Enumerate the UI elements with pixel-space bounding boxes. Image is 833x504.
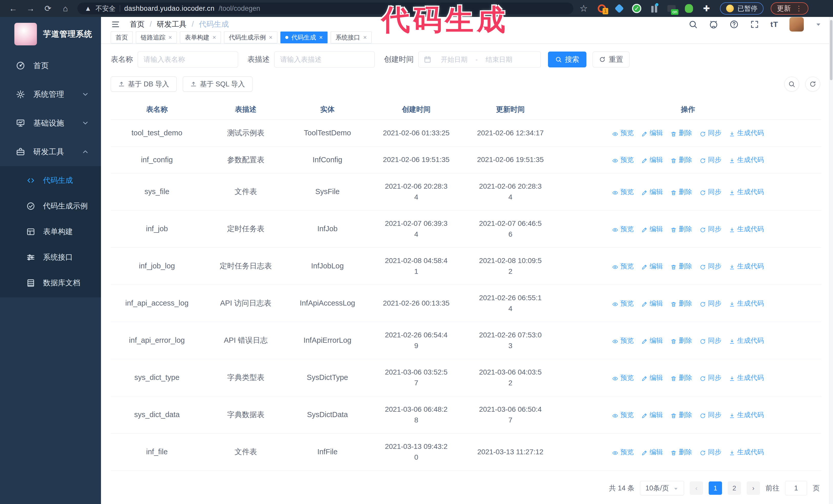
sync-action-button[interactable]: 同步 xyxy=(700,410,721,420)
preview-action-button[interactable]: 预览 xyxy=(612,155,634,165)
delete-action-button[interactable]: 删除 xyxy=(670,447,692,457)
edit-action-button[interactable]: 编辑 xyxy=(641,128,663,138)
sync-action-button[interactable]: 同步 xyxy=(700,298,721,308)
sync-action-button[interactable]: 同步 xyxy=(700,187,721,197)
sidebar-item-研发工具[interactable]: 研发工具 xyxy=(0,137,101,166)
delete-action-button[interactable]: 删除 xyxy=(670,187,692,197)
preview-action-button[interactable]: 预览 xyxy=(612,224,634,234)
date-range-picker[interactable]: - xyxy=(418,51,541,68)
sql-import-button[interactable]: 基于 SQL 导入 xyxy=(183,76,253,92)
preview-action-button[interactable]: 预览 xyxy=(612,298,634,308)
edit-action-button[interactable]: 编辑 xyxy=(641,224,663,234)
db-import-button[interactable]: 基于 DB 导入 xyxy=(111,76,176,92)
page-number-1[interactable]: 1 xyxy=(709,481,722,495)
check-extension-icon[interactable]: ✓ xyxy=(632,4,642,13)
sidebar-subitem-系统接口[interactable]: 系统接口 xyxy=(0,245,101,270)
delete-action-button[interactable]: 删除 xyxy=(670,336,692,345)
generate-code-action-button[interactable]: 生成代码 xyxy=(729,410,764,420)
generate-code-action-button[interactable]: 生成代码 xyxy=(729,224,764,234)
delete-action-button[interactable]: 删除 xyxy=(670,128,692,138)
table-name-input[interactable] xyxy=(138,51,238,68)
generate-code-action-button[interactable]: 生成代码 xyxy=(729,336,764,345)
table-desc-input[interactable] xyxy=(274,51,375,68)
sidebar-toggle-button[interactable] xyxy=(111,20,120,28)
tab-系统接口[interactable]: 系统接口× xyxy=(331,31,372,43)
orange-extension-icon[interactable]: 1 xyxy=(597,4,607,13)
bookmark-star-icon[interactable]: ☆ xyxy=(579,3,588,14)
close-icon[interactable]: × xyxy=(363,34,367,41)
browser-back-icon[interactable]: ← xyxy=(6,4,21,13)
edit-action-button[interactable]: 编辑 xyxy=(641,447,663,457)
search-icon[interactable] xyxy=(688,20,698,29)
toggle-search-button[interactable] xyxy=(784,77,799,92)
browser-menu-icon[interactable]: ⋮ xyxy=(795,4,802,13)
browser-reload-icon[interactable]: ⟳ xyxy=(41,4,55,13)
preview-action-button[interactable]: 预览 xyxy=(612,128,634,138)
app-logo[interactable]: 芋道管理系统 xyxy=(0,17,101,51)
sidebar-subitem-数据库文档[interactable]: 数据库文档 xyxy=(0,270,101,296)
sidebar-item-基础设施[interactable]: 基础设施 xyxy=(0,109,101,137)
puzzle-extension-icon[interactable]: ✚ xyxy=(701,4,711,13)
generate-code-action-button[interactable]: 生成代码 xyxy=(729,155,764,165)
browser-home-icon[interactable]: ⌂ xyxy=(58,4,73,13)
refresh-table-button[interactable] xyxy=(805,77,820,92)
fullscreen-icon[interactable] xyxy=(750,20,759,29)
breadcrumb-home[interactable]: 首页 xyxy=(130,19,145,29)
on-extension-icon[interactable]: on xyxy=(667,4,676,13)
font-size-icon[interactable]: tT xyxy=(770,20,778,29)
preview-action-button[interactable]: 预览 xyxy=(612,373,634,383)
end-date-input[interactable] xyxy=(480,56,518,64)
tab-代码生成示例[interactable]: 代码生成示例× xyxy=(224,31,277,43)
sidebar-subitem-表单构建[interactable]: 表单构建 xyxy=(0,219,101,245)
sync-action-button[interactable]: 同步 xyxy=(700,224,721,234)
generate-code-action-button[interactable]: 生成代码 xyxy=(729,373,764,383)
delete-action-button[interactable]: 删除 xyxy=(670,155,692,165)
github-icon[interactable] xyxy=(709,20,718,29)
page-size-select[interactable]: 10条/页 xyxy=(640,481,684,495)
tab-链路追踪[interactable]: 链路追踪× xyxy=(136,31,177,43)
sync-action-button[interactable]: 同步 xyxy=(700,128,721,138)
paused-extension-badge[interactable]: 已暂停 xyxy=(720,2,764,15)
generate-code-action-button[interactable]: 生成代码 xyxy=(729,128,764,138)
breadcrumb-dev-tools[interactable]: 研发工具 xyxy=(157,19,187,29)
avatar[interactable] xyxy=(789,17,804,31)
next-page-button[interactable]: › xyxy=(747,481,760,495)
green-extension-icon[interactable] xyxy=(684,4,694,13)
columns-extension-icon[interactable] xyxy=(649,4,659,13)
delete-action-button[interactable]: 删除 xyxy=(670,410,692,420)
generate-code-action-button[interactable]: 生成代码 xyxy=(729,261,764,271)
help-icon[interactable] xyxy=(730,20,739,29)
sync-action-button[interactable]: 同步 xyxy=(700,447,721,457)
gem-extension-icon[interactable] xyxy=(614,4,624,13)
edit-action-button[interactable]: 编辑 xyxy=(641,155,663,165)
browser-forward-icon[interactable]: → xyxy=(23,4,38,13)
chevron-down-icon[interactable] xyxy=(815,21,822,28)
delete-action-button[interactable]: 删除 xyxy=(670,261,692,271)
sidebar-item-首页[interactable]: 首页 xyxy=(0,51,101,80)
edit-action-button[interactable]: 编辑 xyxy=(641,261,663,271)
scrollbar-thumb[interactable] xyxy=(830,20,832,80)
page-number-2[interactable]: 2 xyxy=(728,481,741,495)
edit-action-button[interactable]: 编辑 xyxy=(641,187,663,197)
browser-update-button[interactable]: 更新 ⋮ xyxy=(771,2,808,15)
close-icon[interactable]: × xyxy=(213,34,216,41)
preview-action-button[interactable]: 预览 xyxy=(612,187,634,197)
sync-action-button[interactable]: 同步 xyxy=(700,336,721,345)
generate-code-action-button[interactable]: 生成代码 xyxy=(729,187,764,197)
preview-action-button[interactable]: 预览 xyxy=(612,261,634,271)
close-icon[interactable]: × xyxy=(319,34,323,41)
preview-action-button[interactable]: 预览 xyxy=(612,447,634,457)
sidebar-item-系统管理[interactable]: 系统管理 xyxy=(0,80,101,109)
close-icon[interactable]: × xyxy=(168,34,172,41)
prev-page-button[interactable]: ‹ xyxy=(690,481,703,495)
delete-action-button[interactable]: 删除 xyxy=(670,373,692,383)
close-icon[interactable]: × xyxy=(269,34,272,41)
edit-action-button[interactable]: 编辑 xyxy=(641,410,663,420)
generate-code-action-button[interactable]: 生成代码 xyxy=(729,447,764,457)
sync-action-button[interactable]: 同步 xyxy=(700,155,721,165)
search-button[interactable]: 搜索 xyxy=(548,51,587,67)
sidebar-subitem-代码生成示例[interactable]: 代码生成示例 xyxy=(0,193,101,219)
delete-action-button[interactable]: 删除 xyxy=(670,224,692,234)
preview-action-button[interactable]: 预览 xyxy=(612,336,634,345)
tab-表单构建[interactable]: 表单构建× xyxy=(180,31,221,43)
